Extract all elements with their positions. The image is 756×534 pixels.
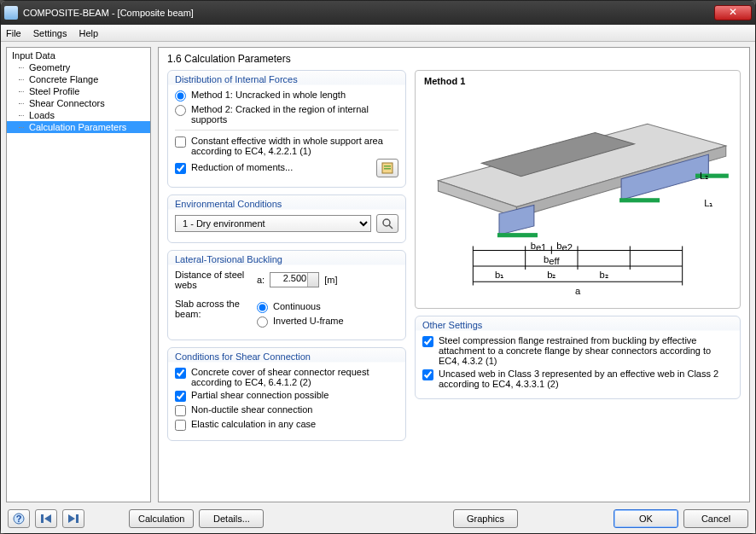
group-legend: Lateral-Torsional Buckling — [175, 254, 398, 264]
svg-text:be2: be2 — [556, 241, 573, 252]
svg-text:be1: be1 — [531, 241, 547, 252]
method-diagram: Method 1 — [415, 70, 741, 309]
group-ltb: Lateral-Torsional Buckling Distance of s… — [167, 250, 406, 340]
check-uncased-web[interactable]: Uncased web in Class 3 represented by an… — [422, 369, 733, 389]
svg-rect-11 — [497, 233, 538, 237]
ltb-unit: [m] — [324, 275, 337, 285]
prev-icon — [40, 514, 52, 524]
magnifier-icon — [381, 218, 393, 229]
check-elastic-calc[interactable]: Elastic calculation in any case — [175, 419, 398, 431]
svg-text:L₁: L₁ — [704, 198, 712, 208]
svg-text:beff: beff — [544, 254, 560, 266]
settings-icon — [381, 162, 393, 174]
next-icon — [67, 514, 79, 524]
radio-slab-uframe[interactable]: Inverted U-frame — [257, 316, 344, 328]
radio-method-2[interactable]: Method 2: Cracked in the region of inter… — [175, 104, 398, 125]
client-area: Input Data Geometry Concrete Flange Stee… — [1, 42, 755, 533]
ltb-a-label: a: — [257, 275, 265, 285]
diagram-title: Method 1 — [424, 76, 465, 86]
svg-rect-12 — [619, 198, 660, 202]
radio-slab-uframe-input[interactable] — [257, 316, 268, 328]
check-constant-width[interactable]: Constant effective width in whole suppor… — [175, 136, 398, 156]
tree-item-loads[interactable]: Loads — [7, 109, 150, 121]
moments-settings-button[interactable] — [376, 159, 398, 177]
radio-method-2-input[interactable] — [175, 105, 186, 116]
check-concrete-cover[interactable]: Concrete cover of shear connector reques… — [175, 367, 398, 387]
cancel-button[interactable]: Cancel — [683, 509, 748, 528]
prev-button[interactable] — [35, 509, 57, 528]
ok-button[interactable]: OK — [614, 509, 678, 528]
group-legend: Environmental Conditions — [175, 199, 398, 209]
close-button[interactable]: ✕ — [714, 5, 752, 20]
ltb-a-value[interactable]: 2.500 — [270, 272, 319, 287]
tree-item-steel-profile[interactable]: Steel Profile — [7, 85, 150, 97]
svg-text:b₁: b₁ — [495, 270, 503, 280]
svg-text:b₂: b₂ — [600, 270, 608, 280]
help-icon: ? — [13, 513, 25, 525]
radio-slab-continuous[interactable]: Continuous — [257, 301, 344, 313]
radio-method-1[interactable]: Method 1: Uncracked in whole length — [175, 90, 398, 102]
group-shear-connection: Conditions for Shear Connection Concrete… — [167, 347, 406, 441]
svg-rect-1 — [384, 165, 391, 167]
ltb-slab-label: Slab across the beam: — [175, 299, 252, 319]
radio-method-1-input[interactable] — [175, 90, 186, 102]
details-button[interactable]: Details... — [199, 509, 264, 528]
menu-bar: File Settings Help — [1, 25, 755, 42]
svg-point-3 — [383, 219, 390, 226]
menu-help[interactable]: Help — [79, 28, 98, 38]
group-environmental: Environmental Conditions 1 - Dry environ… — [167, 194, 406, 243]
check-constant-width-input[interactable] — [175, 136, 186, 148]
svg-marker-35 — [44, 514, 51, 523]
check-reduction-moments[interactable]: Reduction of moments... — [175, 162, 371, 174]
radio-slab-continuous-input[interactable] — [257, 302, 268, 313]
svg-line-4 — [389, 225, 393, 229]
app-window: COMPOSITE-BEAM - [Composite beam] ✕ File… — [0, 0, 756, 534]
bottom-bar: ? Calculation Details... Graphics OK Can… — [6, 508, 750, 528]
check-concrete-cover-input[interactable] — [175, 368, 186, 379]
check-flange-restrained-input[interactable] — [422, 336, 433, 347]
graphics-button[interactable]: Graphics — [453, 509, 518, 528]
nav-tree[interactable]: Input Data Geometry Concrete Flange Stee… — [6, 47, 151, 502]
svg-text:L₂: L₂ — [700, 171, 708, 181]
check-flange-restrained[interactable]: Steel compression flange restrained from… — [422, 335, 733, 366]
tree-item-concrete-flange[interactable]: Concrete Flange — [7, 73, 150, 85]
tree-item-calculation-parameters[interactable]: Calculation Parameters — [7, 121, 150, 133]
group-distribution: Distribution of Internal Forces Method 1… — [167, 70, 406, 188]
svg-rect-34 — [41, 514, 44, 523]
group-legend: Conditions for Shear Connection — [175, 351, 398, 362]
check-non-ductile[interactable]: Non-ductile shear connection — [175, 404, 398, 416]
check-partial-shear-input[interactable] — [175, 391, 186, 402]
group-legend: Distribution of Internal Forces — [175, 74, 398, 84]
menu-file[interactable]: File — [6, 28, 21, 38]
menu-settings[interactable]: Settings — [33, 28, 67, 38]
tree-item-geometry[interactable]: Geometry — [7, 61, 150, 73]
tree-root[interactable]: Input Data — [7, 49, 150, 61]
calculation-button[interactable]: Calculation — [129, 509, 194, 528]
svg-text:b₂: b₂ — [547, 270, 555, 280]
check-uncased-web-input[interactable] — [422, 369, 433, 380]
group-other-settings: Other Settings Steel compression flange … — [415, 316, 741, 399]
tree-item-shear-connectors[interactable]: Shear Connectors — [7, 97, 150, 109]
window-title: COMPOSITE-BEAM - [Composite beam] — [23, 8, 194, 18]
environment-lookup-button[interactable] — [376, 214, 398, 233]
group-legend: Other Settings — [422, 320, 733, 330]
page-title: 1.6 Calculation Parameters — [167, 53, 741, 65]
svg-text:?: ? — [16, 514, 22, 524]
check-partial-shear[interactable]: Partial shear connection possible — [175, 390, 398, 402]
beam-diagram-svg: L₁ L₂ — [421, 76, 735, 303]
svg-rect-2 — [384, 168, 391, 170]
svg-rect-36 — [76, 514, 79, 523]
main-panel: 1.6 Calculation Parameters Distribution … — [158, 47, 750, 502]
svg-text:a: a — [575, 286, 581, 296]
svg-marker-37 — [68, 514, 75, 523]
title-bar[interactable]: COMPOSITE-BEAM - [Composite beam] ✕ — [1, 1, 755, 25]
ltb-distance-label: Distance of steel webs — [175, 270, 244, 290]
separator — [175, 130, 398, 131]
app-icon — [4, 6, 18, 20]
check-non-ductile-input[interactable] — [175, 405, 186, 416]
check-reduction-moments-input[interactable] — [175, 163, 186, 174]
environment-select[interactable]: 1 - Dry environment — [175, 215, 371, 232]
check-elastic-calc-input[interactable] — [175, 420, 186, 431]
next-button[interactable] — [62, 509, 84, 528]
help-button[interactable]: ? — [8, 509, 30, 528]
